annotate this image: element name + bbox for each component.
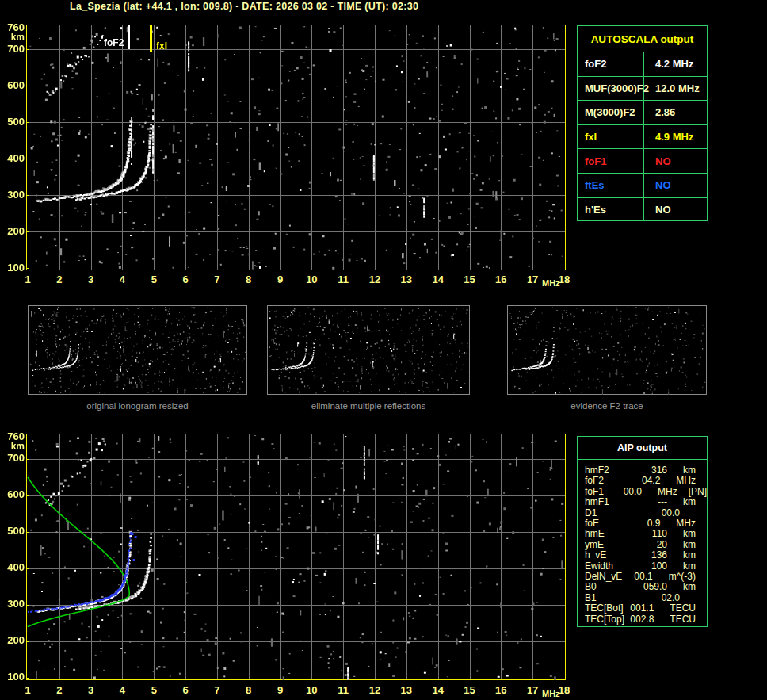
y-axis-tick-400-bottom: 400	[1, 561, 25, 573]
y-axis-tick-200-top: 200	[1, 225, 25, 237]
aip-row-label: B1	[578, 593, 644, 603]
autoscala-row-label: h'Es	[578, 198, 644, 222]
x-axis-tick-13-bottom: 13	[395, 684, 418, 696]
thumbnail-caption-eliminate: eliminate multiple reflections	[267, 401, 470, 411]
x-axis-tick-5-top: 5	[142, 273, 166, 285]
aip-row-label: TEC[Top]	[578, 614, 628, 625]
aip-row-value: 00.1	[627, 572, 652, 582]
aip-row-value: 20	[636, 540, 667, 550]
x-axis-tick-2-top: 2	[48, 273, 71, 285]
aip-row-label: foF1	[578, 487, 620, 497]
aip-row-extra	[696, 550, 707, 560]
aip-row-unit: km	[667, 561, 696, 572]
aip-row-label: h_vE	[578, 550, 636, 560]
aip-row-B0: B0059.0km	[578, 582, 707, 592]
aip-table-header: AIP output	[578, 437, 707, 460]
aip-row-extra	[696, 518, 707, 529]
x-axis-tick-14-top: 14	[426, 273, 450, 285]
x-axis-tick-8-bottom: 8	[237, 684, 261, 696]
autoscala-table-header: AUTOSCALA output	[578, 26, 707, 52]
y-axis-unit-label-top: km	[1, 32, 25, 43]
aip-row-TEC[Bot]: TEC[Bot]001.1TECU	[578, 603, 707, 614]
thumbnail-eliminate-reflections	[267, 305, 470, 395]
thumbnail-original-ionogram	[28, 305, 247, 395]
aip-row-hmF1: hmF1---km	[578, 497, 707, 507]
aip-row-label: DelN_vE	[578, 572, 627, 582]
aip-row-value: 136	[636, 550, 667, 560]
aip-row-Ewidth: Ewidth100km	[578, 561, 707, 572]
fxi-marker-label: fxI	[156, 40, 167, 52]
aip-row-unit: km	[667, 540, 696, 550]
y-axis-tick-700-top: 700	[1, 43, 25, 55]
aip-row-label: Ewidth	[578, 561, 636, 572]
autoscala-row-fxI: fxI4.9 MHz	[578, 124, 707, 149]
autoscala-row-value: NO	[644, 174, 707, 197]
aip-row-value: 110	[636, 529, 667, 539]
aip-row-value: 02.0	[644, 593, 680, 603]
aip-row-extra	[696, 540, 707, 550]
autoscala-row-value: 12.0 MHz	[644, 77, 707, 101]
x-axis-tick-9-top: 9	[269, 273, 292, 285]
aip-row-unit: km	[667, 582, 696, 592]
x-axis-tick-16-top: 16	[489, 273, 513, 285]
x-axis-tick-1-bottom: 1	[16, 684, 40, 696]
autoscala-row-value: 4.2 MHz	[644, 52, 707, 76]
x-axis-tick-15-top: 15	[457, 273, 481, 285]
x-axis-tick-7-top: 7	[205, 273, 229, 285]
y-axis-tick-200-bottom: 200	[1, 634, 25, 646]
x-axis-tick-16-bottom: 16	[489, 684, 513, 696]
aip-row-extra	[696, 603, 707, 614]
x-axis-tick-12-bottom: 12	[363, 684, 387, 696]
fof2-marker-label: foF2	[104, 37, 124, 48]
aip-row-value: 04.2	[632, 476, 660, 486]
aip-row-value: 00.0	[620, 487, 642, 497]
aip-row-extra	[696, 561, 707, 572]
aip-row-value: 0.9	[632, 518, 660, 529]
x-axis-tick-3-top: 3	[79, 273, 103, 285]
autoscala-row-value: 2.86	[644, 101, 707, 124]
x-axis-tick-10-bottom: 10	[300, 684, 323, 696]
aip-row-unit: MHz	[642, 487, 677, 497]
aip-row-extra	[696, 497, 707, 507]
y-axis-tick-100-top: 100	[1, 262, 25, 273]
autoscala-row-MUF(3000)F2: MUF(3000)F212.0 MHz	[578, 76, 707, 101]
aip-row-ymE: ymE20km	[578, 540, 707, 550]
y-axis-tick-400-top: 400	[1, 152, 25, 164]
autoscala-row-ftEs: ftEsNO	[578, 173, 707, 197]
aip-row-extra	[696, 476, 707, 486]
autoscala-row-value: 4.9 MHz	[644, 125, 707, 149]
x-axis-tick-14-bottom: 14	[426, 684, 450, 696]
x-axis-tick-10-top: 10	[300, 273, 323, 285]
aip-row-extra: [PN]	[677, 487, 707, 497]
aip-row-extra	[696, 572, 707, 582]
x-axis-tick-15-bottom: 15	[457, 684, 481, 696]
autoscala-row-h'Es: h'EsNO	[578, 197, 707, 222]
aip-row-unit	[680, 593, 696, 603]
aip-row-label: ymE	[578, 540, 636, 550]
x-axis-tick-8-top: 8	[237, 273, 261, 285]
aip-row-label: foE	[578, 518, 632, 529]
autoscala-row-foF1: foF1NO	[578, 148, 707, 173]
aip-row-unit: km	[667, 529, 696, 539]
thumbnail-caption-original: original ionogram resized	[28, 401, 247, 411]
autoscala-row-label: fxI	[578, 125, 644, 149]
aip-row-label: hmE	[578, 529, 636, 539]
thumbnail-caption-evidence: evidence F2 trace	[507, 401, 707, 411]
aip-row-unit: TECU	[654, 614, 696, 625]
aip-row-value: 002.8	[628, 614, 654, 625]
aip-row-extra	[696, 614, 707, 625]
aip-row-h_vE: h_vE136km	[578, 550, 707, 560]
x-axis-tick-17-bottom: 17	[521, 684, 544, 696]
autoscala-window: La_Spezia (lat: +44.1 , lon: 009.8) - DA…	[0, 0, 767, 700]
aip-row-unit: m^(-3)	[653, 572, 696, 582]
aip-row-label: hmF1	[578, 497, 636, 507]
aip-row-value: 100	[636, 561, 667, 572]
x-axis-tick-4-bottom: 4	[110, 684, 134, 696]
x-axis-tick-3-bottom: 3	[79, 684, 103, 696]
aip-row-value: 316	[636, 465, 667, 476]
aip-row-value: ---	[636, 497, 667, 507]
y-axis-tick-600-bottom: 600	[1, 488, 25, 500]
autoscala-row-label: foF1	[578, 149, 644, 173]
x-axis-unit-label-top: MHz	[542, 278, 560, 288]
top-ionogram-plot	[26, 25, 566, 270]
